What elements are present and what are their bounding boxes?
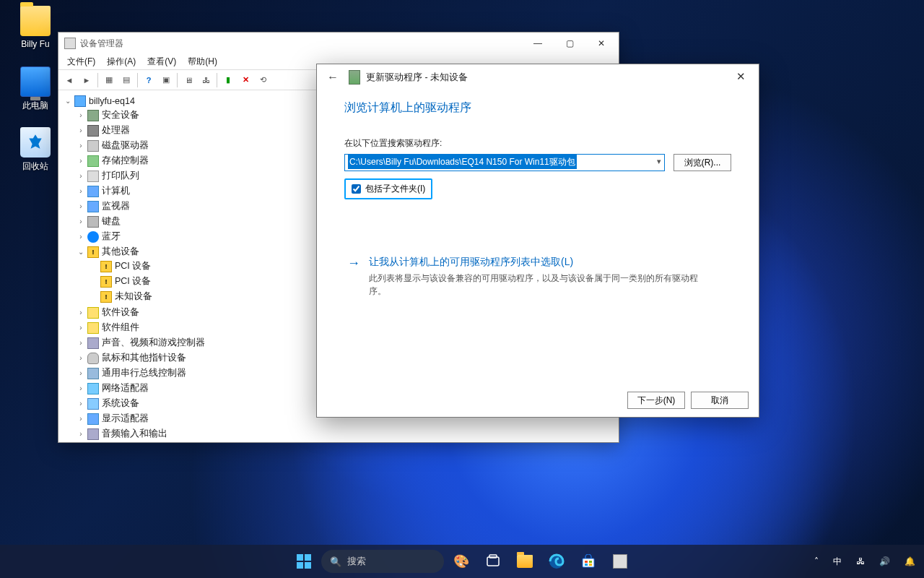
icon-label: 回收站: [10, 160, 61, 173]
expand-toggle[interactable]: ›: [76, 324, 86, 332]
expand-toggle[interactable]: ›: [76, 142, 86, 150]
device-category-icon: [87, 246, 99, 258]
tree-node[interactable]: 处理器: [102, 124, 130, 137]
expand-toggle[interactable]: ›: [76, 430, 86, 438]
tree-node[interactable]: 蓝牙: [102, 230, 121, 243]
tree-node[interactable]: 软件组件: [102, 322, 139, 334]
wizard-heading: 浏览计算机上的驱动程序: [344, 100, 731, 116]
desktop-icon-recycle-bin[interactable]: 回收站: [10, 127, 61, 173]
tree-node[interactable]: PCI 设备: [115, 260, 151, 272]
expand-toggle[interactable]: ›: [76, 369, 86, 377]
driver-path-combobox[interactable]: C:\Users\Billy Fu\Downloads\EQ14 N150 Fo…: [344, 154, 665, 171]
tool-uninstall[interactable]: ✕: [237, 72, 253, 88]
nav-forward-button[interactable]: ►: [79, 72, 95, 88]
tool-help[interactable]: ?: [141, 72, 157, 88]
taskbar-explorer[interactable]: [510, 547, 539, 576]
close-button[interactable]: ✕: [585, 33, 617, 53]
menu-view[interactable]: 查看(V): [141, 54, 182, 69]
expand-toggle[interactable]: ›: [76, 187, 86, 195]
minimize-button[interactable]: —: [522, 33, 554, 53]
taskbar-edge[interactable]: [542, 547, 571, 576]
expand-toggle[interactable]: ›: [76, 126, 86, 134]
expand-toggle[interactable]: ⌄: [76, 248, 86, 256]
svg-rect-3: [305, 562, 311, 569]
tray-chevron-icon[interactable]: ˄: [811, 553, 821, 569]
tree-node[interactable]: 音频输入和输出: [102, 428, 167, 440]
browse-button[interactable]: 浏览(R)...: [674, 154, 731, 171]
menu-help[interactable]: 帮助(H): [182, 54, 223, 69]
tree-node[interactable]: 软件设备: [102, 306, 139, 319]
svg-rect-10: [585, 564, 588, 566]
tree-node[interactable]: 显示适配器: [102, 413, 149, 425]
tree-node[interactable]: 监视器: [102, 200, 130, 212]
tree-node[interactable]: 磁盘驱动器: [102, 139, 149, 152]
tool-properties[interactable]: ▣: [158, 72, 174, 88]
start-button[interactable]: [289, 547, 318, 576]
device-category-icon: [87, 125, 99, 137]
ime-indicator[interactable]: 中: [830, 553, 845, 571]
arrow-right-icon: →: [347, 256, 360, 298]
wizard-title: 更新驱动程序 - 未知设备: [366, 72, 468, 84]
tool-refresh[interactable]: ⟲: [255, 72, 271, 88]
tree-node[interactable]: 系统设备: [102, 397, 139, 410]
tree-node[interactable]: 其他设备: [102, 246, 139, 258]
network-icon[interactable]: 🖧: [853, 553, 868, 569]
device-category-icon: [87, 155, 99, 167]
expand-toggle[interactable]: ›: [76, 354, 86, 362]
include-subfolders-input[interactable]: [352, 184, 361, 194]
svg-rect-2: [297, 562, 303, 569]
device-category-icon: [87, 398, 99, 410]
cancel-button[interactable]: 取消: [691, 392, 749, 409]
expand-toggle[interactable]: ›: [76, 309, 86, 316]
tree-node[interactable]: 键盘: [102, 215, 121, 228]
tool-enable[interactable]: ▮: [220, 72, 236, 88]
nav-back-button[interactable]: ◄: [61, 72, 77, 88]
tool-scan[interactable]: 🖥: [180, 72, 196, 88]
notifications-icon[interactable]: 🔔: [902, 553, 918, 569]
expand-toggle[interactable]: ›: [76, 217, 86, 225]
task-view-button[interactable]: [479, 547, 507, 576]
maximize-button[interactable]: ▢: [554, 33, 585, 53]
expand-toggle[interactable]: ›: [76, 400, 86, 407]
expand-toggle[interactable]: ›: [76, 157, 86, 165]
titlebar[interactable]: 设备管理器 — ▢ ✕: [58, 33, 619, 54]
volume-icon[interactable]: 🔊: [876, 553, 893, 569]
include-subfolders-checkbox[interactable]: 包括子文件夹(I): [344, 178, 432, 199]
tree-node[interactable]: 安全设备: [102, 109, 139, 121]
wizard-close-button[interactable]: ✕: [727, 67, 754, 86]
next-button[interactable]: 下一步(N): [627, 392, 685, 409]
taskbar-search[interactable]: 🔍 搜索: [321, 550, 444, 573]
desktop-icon-this-pc[interactable]: 此电脑: [10, 66, 61, 112]
desktop-icon-user-folder[interactable]: Billy Fu: [10, 6, 61, 49]
expand-toggle[interactable]: ›: [76, 415, 86, 423]
expand-toggle[interactable]: ›: [76, 172, 86, 180]
expand-toggle[interactable]: ⌄: [63, 97, 73, 105]
pick-from-list-option[interactable]: → 让我从计算机上的可用驱动程序列表中选取(L) 此列表将显示与该设备兼容的可用…: [344, 251, 731, 302]
tree-node[interactable]: 未知设备: [115, 290, 152, 303]
wizard-back-button[interactable]: ←: [327, 71, 341, 84]
tree-node[interactable]: 存储控制器: [102, 155, 149, 167]
tool-show-hidden[interactable]: ▦: [101, 72, 117, 88]
tree-node[interactable]: PCI 设备: [115, 275, 151, 288]
taskbar-store[interactable]: [574, 547, 603, 576]
menu-action[interactable]: 操作(A): [101, 54, 141, 69]
taskbar-devmgr[interactable]: [606, 547, 635, 576]
tree-node[interactable]: 鼠标和其他指针设备: [102, 352, 186, 364]
tool-update[interactable]: 🖧: [198, 72, 214, 88]
expand-toggle[interactable]: ›: [76, 339, 86, 347]
tree-root[interactable]: billyfu-eq14: [89, 96, 135, 106]
tree-node[interactable]: 声音、视频和游戏控制器: [102, 337, 205, 349]
tool-view[interactable]: ▤: [118, 72, 134, 88]
tree-node[interactable]: 打印队列: [102, 170, 139, 182]
tree-node[interactable]: 计算机: [102, 185, 130, 197]
device-category-icon: [87, 383, 99, 394]
menu-file[interactable]: 文件(F): [61, 54, 101, 69]
expand-toggle[interactable]: ›: [76, 384, 86, 392]
tree-node[interactable]: 通用串行总线控制器: [102, 367, 186, 379]
expand-toggle[interactable]: ›: [76, 202, 86, 210]
expand-toggle[interactable]: ›: [76, 233, 86, 241]
expand-toggle[interactable]: ›: [76, 111, 86, 119]
copilot-button[interactable]: 🎨: [447, 547, 476, 576]
device-category-icon: [87, 337, 99, 349]
tree-node[interactable]: 网络适配器: [102, 382, 149, 394]
